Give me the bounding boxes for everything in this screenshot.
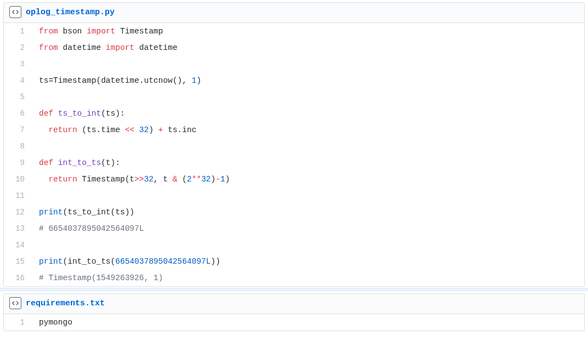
file-header: requirements.txt xyxy=(4,294,584,314)
code-line: 5 xyxy=(4,89,584,105)
code-table: 1pymongo xyxy=(4,314,584,331)
code-line: 3 xyxy=(4,56,584,72)
file-block: requirements.txt1pymongo xyxy=(3,293,585,331)
code-line: 4ts=Timestamp(datetime.utcnow(), 1) xyxy=(4,72,584,89)
code-table: 1from bson import Timestamp2from datetim… xyxy=(4,23,584,286)
code-icon xyxy=(9,297,21,309)
code-line: 8 xyxy=(4,138,584,155)
line-number[interactable]: 3 xyxy=(4,56,35,72)
code-content[interactable]: pymongo xyxy=(35,314,584,331)
line-number[interactable]: 8 xyxy=(4,138,35,155)
code-content[interactable]: print(int_to_ts(6654037895042564097L)) xyxy=(35,253,584,270)
line-number[interactable]: 6 xyxy=(4,105,35,122)
code-line: 9def int_to_ts(t): xyxy=(4,155,584,171)
code-line: 7 return (ts.time << 32) + ts.inc xyxy=(4,122,584,138)
line-number[interactable]: 14 xyxy=(4,237,35,253)
code-line: 15print(int_to_ts(6654037895042564097L)) xyxy=(4,253,584,270)
line-number[interactable]: 1 xyxy=(4,314,35,331)
code-content[interactable] xyxy=(35,56,584,72)
line-number[interactable]: 2 xyxy=(4,39,35,56)
code-content[interactable]: from bson import Timestamp xyxy=(35,23,584,39)
code-line: 1pymongo xyxy=(4,314,584,331)
code-content[interactable]: return (ts.time << 32) + ts.inc xyxy=(35,122,584,138)
file-header: oplog_timestamp.py xyxy=(4,3,584,23)
line-number[interactable]: 10 xyxy=(4,171,35,187)
code-icon xyxy=(9,6,21,18)
code-content[interactable]: print(ts_to_int(ts)) xyxy=(35,204,584,220)
line-number[interactable]: 9 xyxy=(4,155,35,171)
line-number[interactable]: 16 xyxy=(4,270,35,286)
code-line: 1from bson import Timestamp xyxy=(4,23,584,39)
code-line: 11 xyxy=(4,187,584,204)
code-line: 2from datetime import datetime xyxy=(4,39,584,56)
code-content[interactable]: # Timestamp(1549263926, 1) xyxy=(35,270,584,286)
code-content[interactable]: from datetime import datetime xyxy=(35,39,584,56)
code-line: 13# 6654037895042564097L xyxy=(4,220,584,237)
line-number[interactable]: 11 xyxy=(4,187,35,204)
code-line: 6def ts_to_int(ts): xyxy=(4,105,584,122)
code-line: 10 return Timestamp(t>>32, t & (2**32)-1… xyxy=(4,171,584,187)
code-content[interactable] xyxy=(35,138,584,155)
file-separator xyxy=(0,288,588,291)
code-content[interactable] xyxy=(35,237,584,253)
code-content[interactable]: def int_to_ts(t): xyxy=(35,155,584,171)
code-content[interactable] xyxy=(35,187,584,204)
code-content[interactable]: def ts_to_int(ts): xyxy=(35,105,584,122)
file-block: oplog_timestamp.py1from bson import Time… xyxy=(3,2,585,287)
code-content[interactable] xyxy=(35,89,584,105)
line-number[interactable]: 7 xyxy=(4,122,35,138)
code-content[interactable]: return Timestamp(t>>32, t & (2**32)-1) xyxy=(35,171,584,187)
line-number[interactable]: 15 xyxy=(4,253,35,270)
code-line: 16# Timestamp(1549263926, 1) xyxy=(4,270,584,286)
code-line: 14 xyxy=(4,237,584,253)
line-number[interactable]: 1 xyxy=(4,23,35,39)
code-content[interactable]: # 6654037895042564097L xyxy=(35,220,584,237)
code-line: 12print(ts_to_int(ts)) xyxy=(4,204,584,220)
code-content[interactable]: ts=Timestamp(datetime.utcnow(), 1) xyxy=(35,72,584,89)
line-number[interactable]: 4 xyxy=(4,72,35,89)
line-number[interactable]: 5 xyxy=(4,89,35,105)
filename-link[interactable]: oplog_timestamp.py xyxy=(26,8,115,17)
line-number[interactable]: 12 xyxy=(4,204,35,220)
line-number[interactable]: 13 xyxy=(4,220,35,237)
filename-link[interactable]: requirements.txt xyxy=(26,299,105,308)
